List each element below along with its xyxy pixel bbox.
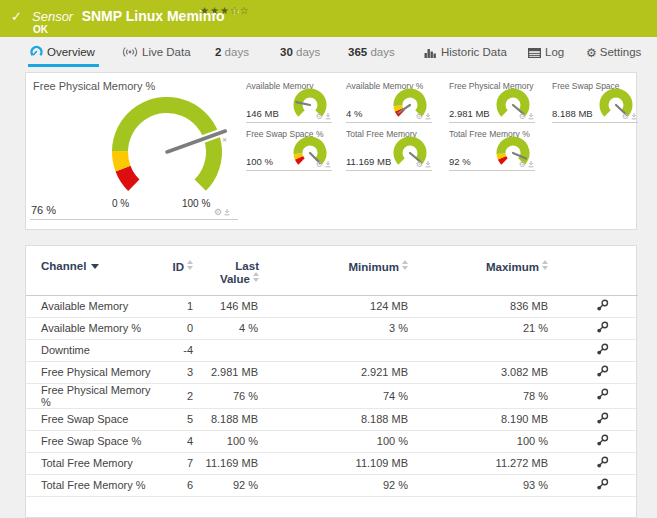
mini-gauge-free-swap-space: Free Swap Space 8.188 MB ⚙: [552, 81, 638, 123]
channel-last-value: 8.188 MB: [196, 408, 261, 430]
tab-live-data[interactable]: Live Data: [122, 37, 191, 67]
channel-minimum: 11.109 MB: [261, 452, 411, 474]
tab-overview[interactable]: Overview: [30, 37, 95, 67]
channel-name[interactable]: Downtime: [26, 339, 166, 361]
channel-maximum: 21 %: [411, 317, 551, 339]
channel-minimum: 3 %: [261, 317, 411, 339]
channel-id: 3: [166, 361, 196, 383]
broadcast-icon: [122, 46, 138, 58]
channel-id: 6: [166, 474, 196, 496]
mini-gauge-total-free-memory-pct: Total Free Memory % 92 % ⚙: [449, 129, 535, 171]
sort-caret-icon: [91, 264, 99, 269]
edit-channel-icon[interactable]: [596, 299, 609, 312]
mini-gauge-value: 146 MB: [246, 108, 279, 119]
gear-icon[interactable]: ⚙: [316, 160, 323, 169]
priority-stars[interactable]: ★★★☆☆: [200, 5, 250, 16]
table-row[interactable]: Total Free Memory % 6 92 % 92 % 93 %: [26, 474, 638, 496]
tab-2-days[interactable]: 2 days: [215, 37, 249, 67]
download-icon[interactable]: [223, 208, 231, 216]
edit-channel-icon[interactable]: [596, 434, 609, 447]
mini-gauge-available-memory-pct: Available Memory % 4 % ⚙: [346, 81, 432, 123]
tab-30-days[interactable]: 30 days: [280, 37, 320, 67]
channel-maximum: 100 %: [411, 430, 551, 452]
channel-minimum: [261, 339, 411, 361]
column-header-channel[interactable]: Channel: [26, 254, 166, 295]
mini-gauge-free-physical-memory: Free Physical Memory 2.981 MB ⚙: [449, 81, 535, 123]
gear-icon[interactable]: ⚙: [519, 112, 526, 121]
table-row[interactable]: Free Physical Memory % 2 76 % 74 % 78 %: [26, 383, 638, 408]
channel-name[interactable]: Total Free Memory: [26, 452, 166, 474]
channel-maximum: 11.272 MB: [411, 452, 551, 474]
channel-minimum: 124 MB: [261, 295, 411, 317]
channel-name[interactable]: Free Physical Memory %: [26, 383, 166, 408]
gear-icon[interactable]: ⚙: [622, 112, 629, 121]
channel-id: 2: [166, 383, 196, 408]
gear-icon[interactable]: ⚙: [416, 112, 423, 121]
mini-gauge-value: 2.981 MB: [449, 108, 490, 119]
column-header-id[interactable]: ID: [166, 254, 196, 295]
column-header-maximum[interactable]: Maximum: [411, 254, 551, 295]
main-gauge-actions: ⚙: [214, 207, 231, 217]
main-gauge-max-label: 100 %: [182, 198, 210, 209]
edit-channel-icon[interactable]: [596, 412, 609, 425]
tab-historic-data[interactable]: Historic Data: [424, 37, 507, 67]
gear-icon[interactable]: ⚙: [416, 160, 423, 169]
sort-icon: [253, 272, 259, 282]
table-row[interactable]: Downtime -4: [26, 339, 638, 361]
edit-channel-icon[interactable]: [596, 321, 609, 334]
channel-id: -4: [166, 339, 196, 361]
channel-name[interactable]: Free Swap Space %: [26, 430, 166, 452]
gear-icon[interactable]: ⚙: [519, 160, 526, 169]
channel-minimum: 100 %: [261, 430, 411, 452]
table-row[interactable]: Free Physical Memory 3 2.981 MB 2.921 MB…: [26, 361, 638, 383]
edit-channel-icon[interactable]: [596, 456, 609, 469]
tab-365-days-label: days: [370, 46, 394, 58]
sensor-status-bar: ✓ Sensor SNMP Linux Meminfo ⚐ ★★★☆☆ OK: [0, 0, 657, 38]
gauges-panel: Free Physical Memory % ✕ 0 % 100 % 76 % …: [25, 72, 637, 230]
table-row[interactable]: Total Free Memory 7 11.169 MB 11.109 MB …: [26, 452, 638, 474]
edit-channel-icon[interactable]: [596, 388, 609, 401]
column-header-last-value[interactable]: LastValue: [196, 254, 261, 295]
table-row[interactable]: Free Swap Space % 4 100 % 100 % 100 %: [26, 430, 638, 452]
channel-name[interactable]: Free Swap Space: [26, 408, 166, 430]
main-gauge-min-label: 0 %: [112, 198, 129, 209]
stars-empty: ☆☆: [230, 5, 250, 16]
column-header-actions: [551, 254, 638, 295]
download-icon[interactable]: [630, 112, 638, 120]
tab-settings[interactable]: ⚙Settings: [586, 37, 641, 67]
download-icon[interactable]: [527, 160, 535, 168]
channel-minimum: 92 %: [261, 474, 411, 496]
channel-name[interactable]: Free Physical Memory: [26, 361, 166, 383]
ok-check-icon: ✓: [11, 9, 22, 24]
tab-2-days-label: days: [225, 46, 249, 58]
tab-365-days-number: 365: [348, 46, 367, 58]
main-gauge-chart[interactable]: [97, 82, 237, 197]
edit-channel-icon[interactable]: [596, 343, 609, 356]
gear-icon[interactable]: ⚙: [316, 112, 323, 121]
tab-2-days-number: 2: [215, 46, 221, 58]
gauge-icon: [30, 45, 43, 58]
table-row[interactable]: Available Memory 1 146 MB 124 MB 836 MB: [26, 295, 638, 317]
channel-name[interactable]: Available Memory: [26, 295, 166, 317]
mini-gauge-total-free-memory: Total Free Memory 11.169 MB ⚙: [346, 129, 432, 171]
edit-channel-icon[interactable]: [596, 365, 609, 378]
log-icon: [528, 48, 541, 58]
download-icon[interactable]: [324, 112, 332, 120]
channel-name[interactable]: Available Memory %: [26, 317, 166, 339]
table-row[interactable]: Free Swap Space 5 8.188 MB 8.188 MB 8.19…: [26, 408, 638, 430]
download-icon[interactable]: [527, 112, 535, 120]
download-icon[interactable]: [324, 160, 332, 168]
download-icon[interactable]: [424, 160, 432, 168]
object-kind-label: Sensor: [32, 9, 73, 24]
download-icon[interactable]: [424, 112, 432, 120]
table-row[interactable]: Available Memory % 0 4 % 3 % 21 %: [26, 317, 638, 339]
channel-name[interactable]: Total Free Memory %: [26, 474, 166, 496]
mini-gauge-value: 8.188 MB: [552, 108, 593, 119]
gear-icon[interactable]: ⚙: [214, 207, 222, 217]
edit-channel-icon[interactable]: [596, 478, 609, 491]
tab-365-days[interactable]: 365 days: [348, 37, 395, 67]
column-header-minimum[interactable]: Minimum: [261, 254, 411, 295]
channel-maximum: [411, 339, 551, 361]
tab-log[interactable]: Log: [528, 37, 564, 67]
channels-table-panel: Channel ID LastValue Minimum Maximum Ava…: [25, 245, 637, 518]
